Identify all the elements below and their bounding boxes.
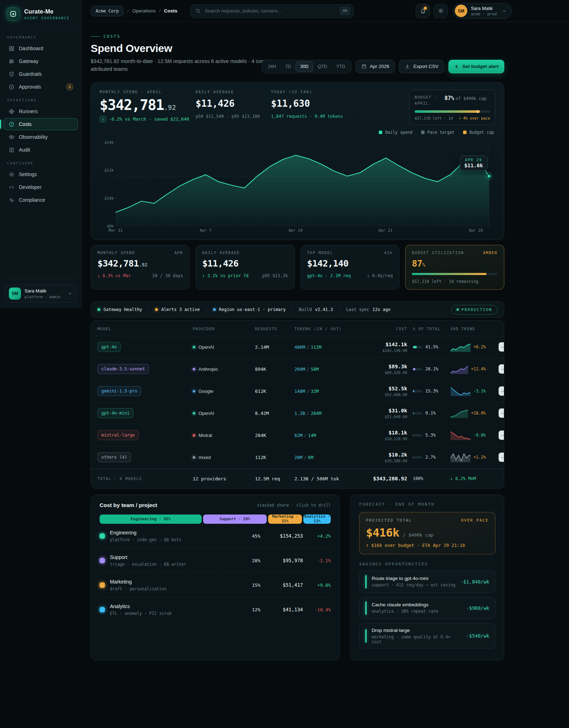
- search-input[interactable]: [204, 8, 336, 14]
- divider: [6, 27, 75, 27]
- avatar: SM: [9, 287, 21, 300]
- model-row-gpt-4o-mini[interactable]: gpt-4o-mini OpenAI 8.42M 1.2B/284M $31.0…: [91, 402, 504, 424]
- model-pill: gpt-4o-mini: [97, 408, 133, 418]
- eye-icon: [8, 134, 15, 140]
- segment-analytics[interactable]: Analytics · 12%: [303, 515, 331, 524]
- stat-card-top-model: TOP MODEL41% $142,140 gpt-4o · 2.1M req↓…: [301, 245, 400, 290]
- model-pill: claude-3.5-sonnet: [97, 364, 149, 374]
- page-subtitle: $342,781.92 month-to-date · 12.5M reques…: [91, 58, 270, 73]
- row-actions-button[interactable]: ⋯: [499, 364, 504, 374]
- team-row-analytics[interactable]: AnalyticsETL · anomaly · PII scrub 12% $…: [100, 597, 331, 622]
- column-header: TOKENS (IN / OUT): [294, 326, 364, 332]
- sidebar-item-settings[interactable]: Settings: [4, 168, 78, 180]
- model-row-gpt-4o[interactable]: gpt-4o OpenAI 2.14M 486M/112M $142.1k$14…: [91, 336, 504, 358]
- sidebar-item-gateway[interactable]: Gateway: [4, 55, 78, 67]
- range-ytd[interactable]: YTD: [332, 61, 350, 72]
- sidebar-item-approvals[interactable]: Approvals 8: [4, 81, 78, 93]
- sidebar-item-label: Guardrails: [19, 71, 42, 77]
- legend-pace-target[interactable]: Pace target: [421, 130, 454, 135]
- team-color-chip: [100, 533, 105, 539]
- legend-budget-cap[interactable]: Budget cap: [463, 130, 494, 135]
- column-header: % OF TOTAL: [407, 326, 448, 332]
- sidebar-item-runners[interactable]: Runners: [4, 105, 78, 117]
- sidebar-item-compliance[interactable]: Compliance: [4, 194, 78, 206]
- segment-marketing[interactable]: Marketing · 15%: [268, 515, 302, 524]
- forecast-heading: FORECAST · END OF MONTH: [359, 502, 495, 507]
- segment-support[interactable]: Support · 28%: [203, 515, 267, 524]
- model-row-gemini-1-5-pro[interactable]: gemini-1.5-pro Google 612K 148M/32M $52.…: [91, 380, 504, 402]
- x-axis-tick: Apr 7: [200, 228, 211, 233]
- divider: [6, 279, 75, 279]
- lightning-icon: [454, 64, 459, 69]
- sidebar-item-label: Settings: [19, 172, 37, 177]
- row-actions-button[interactable]: ⋯: [499, 386, 504, 396]
- range-24h[interactable]: 24H: [263, 61, 281, 72]
- daily-spend-chart[interactable]: $14k $12k $10k $8k APR 29 $11.6k Mar 31 …: [100, 136, 495, 234]
- saving-route-triage[interactable]: Route triage to gpt-4o-minisupport · 412…: [359, 571, 495, 593]
- sidebar-item-dashboard[interactable]: Dashboard: [4, 42, 78, 54]
- segment-engineering[interactable]: Engineering · 45%: [100, 515, 202, 524]
- model-row-mistral-large[interactable]: mistral-large Mistral 284K 62M/14M $18.1…: [91, 424, 504, 447]
- row-actions-button[interactable]: ⋯: [499, 431, 504, 440]
- trend-sparkline: [450, 452, 470, 463]
- projected-total-box: PROJECTED TOTAL OVER PACE $416k / $400k …: [359, 512, 495, 554]
- sidebar-item-observability[interactable]: Observability: [4, 131, 78, 143]
- avatar: SM: [455, 5, 467, 17]
- export-csv-button[interactable]: Export CSV: [399, 60, 444, 73]
- sun-icon: [438, 8, 444, 14]
- breadcrumb-org[interactable]: Acme Corp: [91, 6, 124, 16]
- budget-progress-box: BUDGET · APRIL 87%of $400k cap $57,218 l…: [409, 90, 495, 125]
- date-picker-button[interactable]: Apr 2026: [356, 60, 395, 73]
- user-menu[interactable]: SM Sara Malik acme · prod: [453, 3, 512, 19]
- provider-dot: [193, 368, 195, 370]
- sidebar-item-costs[interactable]: $ Costs: [4, 118, 78, 130]
- model-pill: mistral-large: [97, 430, 139, 440]
- saving-cache-embeddings[interactable]: Cache claude embeddingsanalytics · 38% r…: [359, 597, 495, 619]
- saving-drop-mistral[interactable]: Drop mistral-largemarketing · same quali…: [359, 623, 495, 649]
- notifications-button[interactable]: [416, 4, 430, 18]
- trend-sparkline: [450, 408, 468, 418]
- team-row-support[interactable]: Supporttriage · escalation · KB writer 2…: [100, 548, 331, 573]
- down-arrow-icon: ↓: [100, 116, 106, 122]
- shield-icon: [8, 71, 15, 77]
- spend-overview-card: MONTHLY SPEND · APRIL $342,781.92 ↓ -6.2…: [91, 82, 504, 240]
- download-icon: [405, 64, 410, 69]
- row-actions-button[interactable]: ⋯: [499, 342, 504, 352]
- page-title: Spend Overview: [91, 42, 504, 54]
- row-actions-button[interactable]: ⋯: [499, 453, 504, 462]
- table-footer: TOTAL · 6 MODELS 12 providers 12.5M req …: [91, 469, 504, 489]
- search-icon: [195, 8, 201, 14]
- status-build: Buildv2.41.3: [299, 307, 333, 312]
- chevron-down-icon: [68, 291, 73, 296]
- theme-toggle-button[interactable]: [434, 4, 448, 18]
- trend-sparkline: [450, 364, 468, 374]
- budget-progress-bar: [415, 110, 490, 113]
- breadcrumb-section[interactable]: Operations: [132, 8, 156, 14]
- card-title: Cost by team / project: [100, 502, 157, 508]
- user-name: Sara Malik: [25, 288, 60, 294]
- legend-daily-spend[interactable]: Daily spend: [379, 130, 412, 135]
- x-axis-tick: Apr 28: [469, 228, 483, 233]
- global-search[interactable]: ⌘K: [190, 4, 354, 18]
- row-actions-button[interactable]: ⋯: [499, 408, 504, 418]
- set-budget-alert-button[interactable]: Set budget alert: [448, 60, 504, 73]
- range-7d[interactable]: 7D: [281, 61, 296, 72]
- sidebar-item-audit[interactable]: Audit: [4, 144, 78, 156]
- trend-sparkline: [450, 386, 470, 396]
- column-header: COST: [364, 326, 407, 332]
- table-header: MODEL PROVIDER REQUESTS TOKENS (IN / OUT…: [91, 321, 504, 336]
- sidebar-user-card[interactable]: SM Sara Malik platform · admin: [5, 284, 76, 303]
- sidebar-item-guardrails[interactable]: Guardrails: [4, 68, 78, 80]
- team-row-marketing[interactable]: Marketingdraft · personalization 15% $51…: [100, 573, 331, 597]
- team-row-engineering[interactable]: Engineeringplatform · code-gen · QA bots…: [100, 524, 331, 548]
- gear-icon: [8, 171, 15, 178]
- model-row-others[interactable]: others (4) mixed 112K 28M/6M $10.2k$10,1…: [91, 447, 504, 469]
- daily-average-stat: DAILY AVERAGE $11,426 p50 $11,540 · p95 …: [196, 90, 271, 119]
- card-hint: stacked share · click to drill: [257, 503, 331, 508]
- column-header: 30D TREND: [448, 326, 486, 332]
- range-qtd[interactable]: QTD: [313, 61, 331, 72]
- model-row-claude-3-5-sonnet[interactable]: claude-3.5-sonnet Anthropic 894K 204M/58…: [91, 358, 504, 380]
- range-30d[interactable]: 30D: [296, 61, 313, 72]
- provider-dot: [193, 346, 195, 348]
- sidebar-item-developer[interactable]: Developer: [4, 181, 78, 193]
